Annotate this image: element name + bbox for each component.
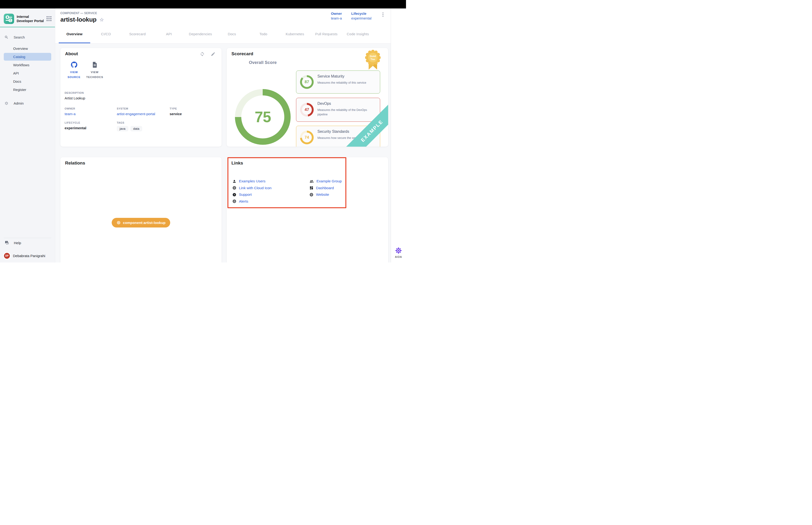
type-field-label: TYPE <box>170 107 182 110</box>
tab-api[interactable]: API <box>153 25 185 43</box>
brand-divider <box>0 27 55 27</box>
metric-title: Service Maturity <box>318 74 344 78</box>
relation-node-label: component:artist-lookup <box>123 221 165 225</box>
aida-flower-icon <box>395 247 402 254</box>
link-label: Link with Cloud Icon <box>239 186 272 190</box>
view-source-link[interactable]: VIEW SOURCE <box>64 62 85 79</box>
lifecycle-value: experimental <box>351 16 371 20</box>
tab-kubernetes[interactable]: Kubernetes <box>279 25 311 43</box>
owner-value[interactable]: team-a <box>331 16 342 20</box>
search-label: Search <box>14 35 25 39</box>
link-label: Support <box>239 193 251 197</box>
sidebar-item-admin[interactable]: Admin <box>0 100 55 107</box>
tab-dependencies[interactable]: Dependencies <box>185 25 216 43</box>
metric-donut: 74 <box>300 131 314 144</box>
link-website[interactable]: Website <box>309 191 342 198</box>
tag-chip[interactable]: data <box>131 126 142 131</box>
sidebar-item-overview[interactable]: Overview <box>4 45 51 52</box>
link-label: Example Group <box>317 179 342 183</box>
refresh-icon[interactable] <box>200 52 205 56</box>
relation-node-component[interactable]: component:artist-lookup <box>112 218 170 227</box>
apps-grid-icon[interactable] <box>47 16 52 21</box>
svg-text:?: ? <box>234 193 235 196</box>
sidebar-item-api[interactable]: API <box>4 69 51 77</box>
relations-heading: Relations <box>65 161 85 166</box>
help-chat-icon: ? <box>5 241 9 245</box>
metric-service-maturity[interactable]: 87 Service Maturity Measures the reliabi… <box>296 71 380 93</box>
lifecycle-field-label: LIFECYCLE <box>65 121 117 124</box>
globe-icon <box>232 199 236 203</box>
main-area: COMPONENT — SERVICE artist-lookup Owner … <box>55 9 391 262</box>
sidebar-item-register[interactable]: Register <box>4 86 51 93</box>
link-label: Examples Users <box>239 179 265 183</box>
link-label: Website <box>316 193 329 197</box>
overview-content: About VIEW SOURCE <box>55 44 391 262</box>
lifecycle-label: Lifecycle <box>351 12 371 15</box>
svg-text:?: ? <box>6 241 7 243</box>
sidebar-item-workflows[interactable]: Workflows <box>4 61 51 69</box>
tier-badge-line1: Gold <box>370 55 376 58</box>
aida-assistant-button[interactable]: AIDA <box>391 247 406 258</box>
edit-pencil-icon[interactable] <box>211 52 215 56</box>
sidebar-search[interactable]: Search <box>0 34 55 41</box>
globe-icon <box>309 193 313 197</box>
description-value: Artist Lookup <box>65 96 85 100</box>
link-examples-users[interactable]: Examples Users <box>232 178 309 185</box>
portal-logo <box>4 14 14 24</box>
tab-docs[interactable]: Docs <box>216 25 248 43</box>
link-alerts[interactable]: Alerts <box>232 198 309 205</box>
entity-header: COMPONENT — SERVICE artist-lookup Owner … <box>55 9 391 25</box>
globe-icon <box>232 186 236 190</box>
help-button[interactable]: ? Help <box>5 241 21 245</box>
link-support[interactable]: ? Support <box>232 191 309 198</box>
assistant-rail: AIDA <box>391 9 406 262</box>
sidebar: Internal Developer Portal Search Overvie… <box>0 9 55 262</box>
owner-meta: Owner team-a <box>331 12 342 20</box>
scorecard-heading: Scorecard <box>231 51 253 56</box>
overall-score-donut: 75 <box>235 89 291 145</box>
metric-description: Measures the reliability of this service <box>318 80 378 85</box>
aida-label: AIDA <box>395 255 402 258</box>
admin-label: Admin <box>14 101 24 105</box>
tab-todo[interactable]: Todo <box>248 25 279 43</box>
metric-description: Measures the reliability of the DevOps p… <box>318 108 378 117</box>
portal-title: Internal Developer Portal <box>17 15 44 23</box>
tab-cicd[interactable]: CI/CD <box>90 25 122 43</box>
tab-scorecard[interactable]: Scorecard <box>122 25 153 43</box>
tab-code-insights[interactable]: Code Insights <box>342 25 373 43</box>
metric-donut: 87 <box>300 75 314 89</box>
overall-score-value: 75 <box>255 108 271 126</box>
document-icon <box>92 62 98 68</box>
more-options-icon[interactable] <box>381 12 385 17</box>
help-circle-icon: ? <box>232 193 236 197</box>
entity-tabs: Overview CI/CD Scorecard API Dependencie… <box>55 25 391 44</box>
link-label: Alerts <box>239 199 248 204</box>
link-label: Dashboard <box>316 186 334 190</box>
system-field-value[interactable]: artist-engagement-portal <box>117 112 170 116</box>
link-example-group[interactable]: Example Group <box>309 178 342 185</box>
tag-chip[interactable]: java <box>117 126 128 131</box>
view-techdocs-link[interactable]: VIEW TECHDOCS <box>85 62 105 79</box>
favorite-star-icon[interactable] <box>99 17 104 22</box>
sidebar-item-docs[interactable]: Docs <box>4 77 51 85</box>
owner-field-value[interactable]: team-a <box>65 112 117 116</box>
user-menu[interactable]: DP Debabrata Panigrahi <box>4 253 45 259</box>
links-card: Links Examples Users <box>227 157 388 262</box>
tab-overview[interactable]: Overview <box>59 25 90 43</box>
search-icon <box>4 35 9 39</box>
lifecycle-field-value: experimental <box>65 126 117 130</box>
link-dashboard[interactable]: Dashboard <box>309 185 342 192</box>
about-card: About VIEW SOURCE <box>60 48 221 147</box>
tab-pull-requests[interactable]: Pull Requests <box>311 25 342 43</box>
tags-field-label: TAGS <box>117 121 142 124</box>
system-field-label: SYSTEM <box>117 107 170 110</box>
chip-icon <box>116 221 121 225</box>
sidebar-nav: Overview Catalog Workflows API Docs Regi… <box>0 45 55 93</box>
gear-icon <box>4 101 9 105</box>
metric-title: Security Standards <box>318 130 349 134</box>
relations-card: Relations component:artist-lookup <box>60 157 221 262</box>
link-cloud-icon[interactable]: Link with Cloud Icon <box>232 185 309 192</box>
sidebar-item-catalog[interactable]: Catalog <box>4 53 51 61</box>
metric-title: DevOps <box>318 102 331 106</box>
metric-devops[interactable]: 47 DevOps Measures the reliability of th… <box>296 98 380 122</box>
